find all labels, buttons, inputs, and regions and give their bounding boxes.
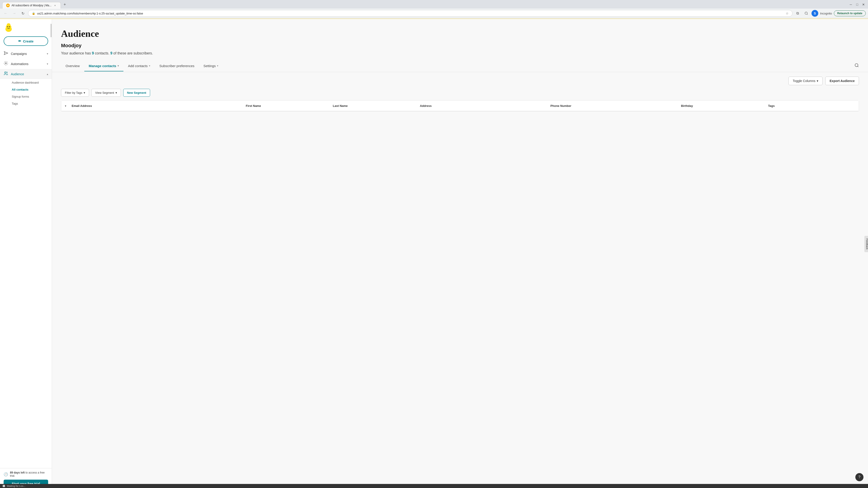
browser-titlebar: M All subscribers of Moodjoy | Ma... × +… [0,0,868,8]
view-segment-chevron-icon: ▾ [116,91,117,94]
automations-icon [4,61,8,67]
sidebar-item-audience-dashboard[interactable]: Audience dashboard [0,79,52,86]
audience-stats: Your audience has 9 contacts. 9 of these… [61,51,859,55]
table-header-address: Address [420,104,550,107]
loading-icon [3,485,5,487]
status-bar: Waiting for t.co... [0,484,868,488]
sidebar-item-all-contacts[interactable]: All contacts [0,86,52,93]
svg-point-6 [7,23,10,26]
clock-icon: 🕐 [4,472,8,477]
browser-toolbar: ← → ↻ 🔒 us21.admin.mailchimp.com/lists/m… [0,8,868,18]
audience-icon [4,71,8,77]
toolbar-actions: ⧉ S Incognito Relaunch to update [794,10,866,17]
svg-point-9 [855,64,858,67]
toggle-columns-button[interactable]: Toggle Columns ▾ [788,76,823,85]
table-header-phone: Phone Number [550,104,681,107]
reload-button[interactable]: ↻ [20,10,26,17]
campaigns-chevron-icon: ▾ [47,52,48,55]
audience-label: Audience [11,72,44,76]
search-toolbar-icon[interactable] [803,10,810,17]
table-header-tags: Tags [768,104,855,107]
trial-days-info: 🕐 89 days left to access a free trial. [4,471,48,477]
forward-button[interactable]: → [11,10,18,17]
campaigns-label: Campaigns [11,52,44,56]
toggle-cols-chevron-icon: ▾ [817,79,818,83]
manage-contacts-chevron-icon: ▾ [118,64,119,67]
table-header-row: ▾ Email Address First Name Last Name Add… [61,101,859,111]
automations-chevron-icon: ▾ [47,62,48,66]
incognito-label: Incognito [820,12,832,15]
sidebar: ✏ Create Campaigns ▾ [0,19,52,488]
nav-section: Campaigns ▾ Automations ▾ [0,48,52,108]
search-contacts-icon[interactable] [855,60,859,72]
sidebar-scroll-thumb [51,24,52,37]
contacts-count: 9 [92,51,94,55]
new-segment-button[interactable]: New Segment [123,89,150,97]
table-header-birthday: Birthday [681,104,768,107]
svg-point-0 [805,12,807,14]
table-area: Toggle Columns ▾ Export Audience Filter … [52,72,868,116]
sidebar-item-automations[interactable]: Automations ▾ [0,59,52,69]
filter-tags-chevron-icon: ▾ [84,91,85,94]
audience-name: Moodjoy [61,43,859,48]
security-lock-icon: 🔒 [32,12,35,15]
table-header-first-name: First Name [246,104,333,107]
sidebar-item-audience[interactable]: Audience ▴ [0,69,52,79]
filter-by-tags-button[interactable]: Filter by Tags ▾ [61,89,89,97]
svg-point-4 [7,26,8,27]
create-button[interactable]: ✏ Create [4,36,48,46]
sidebar-top: ✏ Create [0,19,52,48]
page-title: Audience [61,28,859,39]
tab-add-contacts[interactable]: Add contacts ▾ [123,61,155,71]
sidebar-item-tags[interactable]: Tags [0,100,52,107]
tab-close-button[interactable]: × [53,4,57,7]
stats-text-pre: Your audience has [61,51,92,55]
page-header: Audience Moodjoy Your audience has 9 con… [52,19,868,60]
sidebar-item-signup-forms[interactable]: Signup forms [0,93,52,100]
create-label: Create [23,39,34,43]
tab-icon-button[interactable]: ⧉ [794,10,801,17]
svg-point-7 [5,63,6,64]
add-contacts-chevron-icon: ▾ [149,64,150,67]
browser-chrome: M All subscribers of Moodjoy | Ma... × +… [0,0,868,19]
tab-manage-contacts[interactable]: Manage contacts ▾ [84,61,124,71]
mailchimp-logo[interactable] [4,23,13,33]
tab-subscriber-preferences[interactable]: Subscriber preferences [155,61,199,71]
address-bar[interactable]: 🔒 us21.admin.mailchimp.com/lists/members… [28,10,793,17]
stats-text-mid: contacts. [95,51,110,55]
table-header-last-name: Last Name [333,104,420,107]
close-button[interactable]: ✕ [861,2,866,7]
campaigns-icon [4,51,8,57]
main-content: Audience Moodjoy Your audience has 9 con… [52,19,868,488]
profile-avatar[interactable]: S [811,10,818,17]
relaunch-button[interactable]: Relaunch to update [834,10,866,16]
svg-line-1 [807,14,808,15]
svg-point-5 [9,26,10,27]
tab-settings[interactable]: Settings ▾ [199,61,223,71]
export-audience-button[interactable]: Export Audience [825,76,859,85]
tab-favicon: M [6,4,10,7]
automations-label: Automations [11,62,44,66]
table-toolbar: Toggle Columns ▾ Export Audience [61,76,859,85]
settings-chevron-icon: ▾ [217,64,218,67]
contacts-table: ▾ Email Address First Name Last Name Add… [61,100,859,111]
stats-text-post: of these are subscribers. [114,51,153,55]
tab-overview[interactable]: Overview [61,61,84,71]
address-text: us21.admin.mailchimp.com/lists/members/#… [37,12,784,15]
help-button[interactable]: ? [855,473,864,481]
sidebar-item-campaigns[interactable]: Campaigns ▾ [0,48,52,59]
back-button[interactable]: ← [2,10,9,17]
maximize-button[interactable]: □ [855,2,860,7]
table-header-email: Email Address [72,104,246,107]
status-text: Waiting for t.co... [7,485,25,487]
active-tab[interactable]: M All subscribers of Moodjoy | Ma... × [2,2,61,8]
new-tab-button[interactable]: + [62,1,68,8]
bookmark-star-icon[interactable]: ☆ [786,11,789,15]
minimize-button[interactable]: ─ [848,2,853,7]
feedback-tab[interactable]: Feedback [864,236,868,252]
tab-title: All subscribers of Moodjoy | Ma... [11,4,52,7]
create-pencil-icon: ✏ [18,39,21,43]
view-segment-button[interactable]: View Segment ▾ [91,89,121,97]
svg-point-8 [4,72,6,73]
content-nav: Overview Manage contacts ▾ Add contacts … [52,60,868,72]
